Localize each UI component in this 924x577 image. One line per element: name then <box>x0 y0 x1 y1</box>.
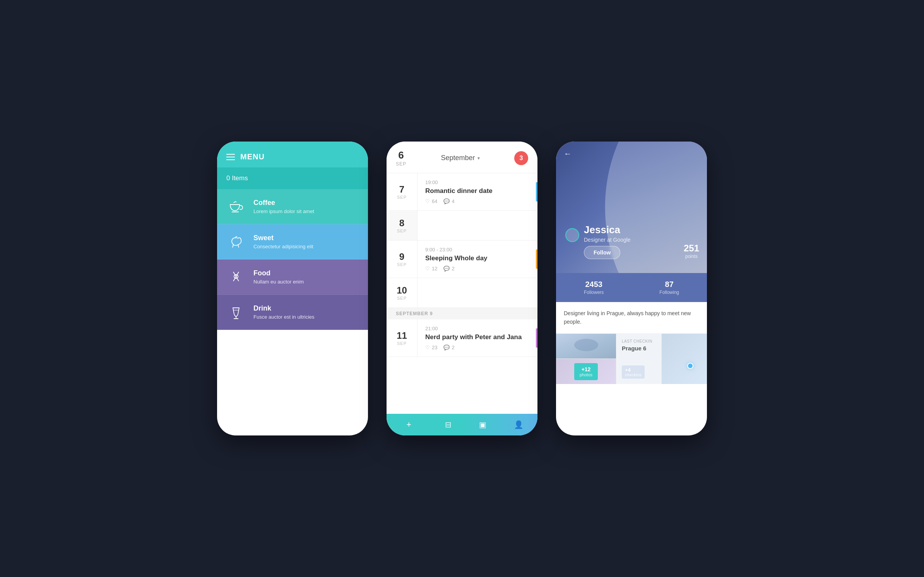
checkins-label: checkins <box>625 373 642 377</box>
cal-comments-sep9: 💬 2 <box>443 266 454 271</box>
stat-following: 87 Following <box>659 280 679 295</box>
phone-menu: MENU 0 Items Coffee Lorem ipsum dolor si… <box>217 142 368 435</box>
coffee-text: Coffee Lorem ipsum dolor sit amet <box>253 199 314 214</box>
hamburger-icon[interactable] <box>226 154 235 160</box>
gallery-checkin: LAST CHECKIN Prague 6 +4 checkins <box>616 334 662 384</box>
points-label: points <box>684 254 699 259</box>
likes-count: 64 <box>432 198 437 204</box>
calendar-footer: + ⊟ ▣ 👤 <box>387 414 537 435</box>
photos-label: photos <box>580 372 592 377</box>
cal-separator: SEPTEMBER 9 <box>387 308 537 319</box>
cal-entry-sep7[interactable]: 7 SEP 19:00 Romantic dinner date ♡ 64 💬 … <box>387 173 537 211</box>
cal-dropdown-icon[interactable]: ▾ <box>477 155 480 161</box>
photos-count: +12 <box>580 366 592 372</box>
cal-content-sep9: 9:00 - 23:00 Sleeping Whole day ♡ 12 💬 2 <box>418 241 537 278</box>
cal-content-sep8 <box>418 211 537 240</box>
calendar-body: 7 SEP 19:00 Romantic dinner date ♡ 64 💬 … <box>387 173 537 414</box>
cal-content-sep10 <box>418 278 537 307</box>
follow-button[interactable]: Follow <box>584 246 620 259</box>
calendar-header: 6 SEP September ▾ 3 <box>387 142 537 173</box>
cal-content-sep11: 21:00 Nerd party with Peter and Jana ♡ 2… <box>418 319 537 357</box>
cal-nav-btn-3[interactable]: 👤 <box>514 420 524 429</box>
cal-meta-sep7: ♡ 64 💬 4 <box>425 198 531 204</box>
cal-comments-sep7: 💬 4 <box>443 198 454 204</box>
food-title: Food <box>253 269 304 277</box>
checkins-overlay[interactable]: +4 checkins <box>622 365 645 379</box>
cal-date-sep8: 8 SEP <box>387 211 418 240</box>
following-label: Following <box>659 290 679 295</box>
cal-likes-sep11: ♡ 23 <box>425 345 437 350</box>
cal-add-button[interactable]: + <box>400 416 418 433</box>
likes-count-2: 12 <box>432 266 437 271</box>
checkin-label: LAST CHECKIN <box>622 339 656 343</box>
comments-count-2: 2 <box>452 266 454 271</box>
cal-date-sep10: 10 SEP <box>387 278 418 307</box>
menu-title: MENU <box>240 152 265 161</box>
gallery-photo-1 <box>556 334 616 359</box>
heart-icon: ♡ <box>425 198 430 204</box>
cal-entry-sep8[interactable]: 8 SEP <box>387 211 537 241</box>
photos-overlay-btn[interactable]: +12 photos <box>574 363 598 380</box>
cal-time-sep9: 9:00 - 23:00 <box>425 247 531 253</box>
cal-notification-badge: 3 <box>514 151 528 165</box>
cal-nav-btn-2[interactable]: ▣ <box>479 420 486 429</box>
cal-meta-sep9: ♡ 12 💬 2 <box>425 266 531 271</box>
comment-icon-3: 💬 <box>443 345 450 350</box>
comment-icon: 💬 <box>443 198 450 204</box>
profile-avatar <box>565 228 579 242</box>
phones-container: MENU 0 Items Coffee Lorem ipsum dolor si… <box>217 142 707 435</box>
food-sub: Nullam eu auctor enim <box>253 279 304 285</box>
profile-info: Jessica Designer at Google <box>584 224 631 243</box>
followers-label: Followers <box>584 290 604 295</box>
menu-item-coffee[interactable]: Coffee Lorem ipsum dolor sit amet <box>217 189 368 224</box>
comments-count-3: 2 <box>452 345 454 350</box>
cal-date-sep9: 9 SEP <box>387 241 418 278</box>
cal-entry-sep10[interactable]: 10 SEP <box>387 278 537 308</box>
cal-likes-sep7: ♡ 64 <box>425 198 437 204</box>
coffee-sub: Lorem ipsum dolor sit amet <box>253 208 314 214</box>
stat-followers: 2453 Followers <box>584 280 604 295</box>
likes-count-3: 23 <box>432 345 437 350</box>
profile-bio: Designer living in Prague, always happy … <box>556 302 707 334</box>
cal-comments-sep11: 💬 2 <box>443 345 454 350</box>
cal-entry-sep9[interactable]: 9 SEP 9:00 - 23:00 Sleeping Whole day ♡ … <box>387 241 537 278</box>
cal-title-sep9: Sleeping Whole day <box>425 254 531 263</box>
heart-icon-3: ♡ <box>425 345 430 350</box>
cal-bar-sep11 <box>536 328 537 348</box>
menu-cart: 0 Items <box>217 167 368 189</box>
cart-label: 0 Items <box>226 174 248 182</box>
drink-title: Drink <box>253 304 315 312</box>
menu-item-food[interactable]: Food Nullam eu auctor enim <box>217 259 368 295</box>
gallery-photo-2[interactable]: +12 photos <box>556 359 616 384</box>
sweet-icon <box>226 232 246 251</box>
gallery-map <box>662 334 707 384</box>
cal-entry-sep11[interactable]: 11 SEP 21:00 Nerd party with Peter and J… <box>387 319 537 357</box>
coffee-title: Coffee <box>253 199 314 207</box>
checkins-count: +4 <box>625 367 642 373</box>
back-button[interactable]: ← <box>564 149 572 158</box>
food-text: Food Nullam eu auctor enim <box>253 269 304 285</box>
cal-time-sep11: 21:00 <box>425 326 531 331</box>
menu-item-sweet[interactable]: Sweet Consectetur adipisicing elit <box>217 224 368 259</box>
profile-hero: ← Jessica Designer at Google Follow 251 … <box>556 142 707 273</box>
profile-name: Jessica <box>584 224 631 236</box>
cal-title-sep11: Nerd party with Peter and Jana <box>425 333 531 341</box>
comment-icon-2: 💬 <box>443 266 450 271</box>
phone-calendar: 6 SEP September ▾ 3 7 SEP 19:00 Romantic… <box>387 142 537 435</box>
drink-text: Drink Fusce auctor est in ultricies <box>253 304 315 320</box>
cal-time-sep7: 19:00 <box>425 179 531 185</box>
following-num: 87 <box>659 280 679 289</box>
followers-num: 2453 <box>584 280 604 289</box>
menu-item-drink[interactable]: Drink Fusce auctor est in ultricies <box>217 295 368 330</box>
cal-date-sep11: 11 SEP <box>387 319 418 357</box>
sweet-sub: Consectetur adipisicing elit <box>253 244 313 249</box>
gallery-photos-col: +12 photos <box>556 334 616 384</box>
cal-month[interactable]: September <box>441 154 475 162</box>
drink-icon <box>226 302 246 322</box>
cal-nav-btn-1[interactable]: ⊟ <box>445 420 452 429</box>
coffee-icon <box>226 197 246 216</box>
phone-profile: ← Jessica Designer at Google Follow 251 … <box>556 142 707 435</box>
sweet-text: Sweet Consectetur adipisicing elit <box>253 234 313 249</box>
cal-date-6: 6 SEP <box>396 149 406 167</box>
cal-date-sep7: 7 SEP <box>387 173 418 210</box>
